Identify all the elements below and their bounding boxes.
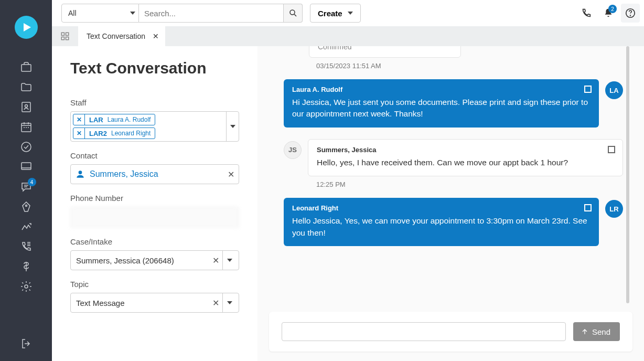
nav-pen[interactable] [19,200,33,214]
phone-field [70,207,239,228]
case-dropdown-button[interactable] [222,251,237,270]
nav-call-list[interactable] [19,240,33,253]
avatar: LA [605,81,623,99]
nav-analytics[interactable] [19,220,33,233]
topic-value: Text Message [76,299,209,307]
staff-select[interactable]: ✕ LAR Laura A. Rudolf ✕ LAR2 Leonard Rig… [70,111,239,142]
contact-label: Contact [70,151,239,160]
app-logo[interactable] [15,16,38,39]
svg-rect-25 [66,33,69,35]
upload-icon [581,327,589,336]
svg-point-2 [25,105,27,108]
svg-point-20 [290,10,295,15]
tab-label: Text Conversation [87,32,145,40]
nav-folder[interactable] [19,80,33,94]
chevron-down-icon [230,125,235,128]
contact-clear-button[interactable]: ✕ [228,169,234,179]
svg-point-15 [25,205,27,207]
send-button[interactable]: Send [573,322,620,341]
search-type-dropdown[interactable]: All [61,4,139,23]
chevron-down-icon [348,12,353,15]
notifications-button[interactable]: 2 [599,4,618,23]
contact-field[interactable]: Summers, Jessica ✕ [70,164,239,184]
search-button[interactable] [284,4,303,23]
case-value: Summers, Jessica (206648) [76,256,209,265]
chevron-down-icon [227,301,232,304]
tabstrip: Text Conversation ✕ [52,26,644,46]
svg-point-10 [22,142,31,152]
svg-rect-27 [66,37,69,40]
sidebar: 4 [0,0,52,361]
avatar: JS [284,141,302,159]
message-row: LA Laura A. Rudolf Hi Jessica, We just s… [284,79,623,128]
message-sender: Laura A. Rudolf [292,86,591,93]
phone-icon [581,7,592,19]
svg-rect-0 [22,65,31,71]
message-text: Hello, yes, I have received them. Can we… [317,157,614,168]
tabs-grid-button[interactable] [52,26,78,46]
message-row: JS Summers, Jessica Hello, yes, I have r… [284,139,623,176]
compose-input[interactable] [282,322,566,341]
topbar: All Create 2 [52,0,644,26]
staff-label: Staff [70,98,239,107]
svg-line-21 [294,14,296,16]
chevron-down-icon [130,12,135,15]
search-input[interactable] [139,4,284,23]
nav-contact[interactable] [19,100,33,114]
message-sender: Summers, Jessica [317,146,614,154]
topic-label: Topic [70,280,239,289]
send-label: Send [592,327,610,336]
svg-rect-26 [61,37,64,40]
svg-rect-11 [22,163,31,169]
chevron-down-icon [227,259,232,262]
tab-close-button[interactable]: ✕ [153,32,159,40]
chip-code: LAR [85,116,108,124]
case-clear-button[interactable]: ✕ [209,256,222,266]
case-label: Case/Intake [70,237,239,246]
message-checkbox[interactable] [584,86,592,93]
create-label: Create [318,9,342,18]
nav-billing[interactable] [19,260,33,273]
chip-remove-button[interactable]: ✕ [73,128,85,139]
phone-label: Phone Number [70,194,239,203]
nav-monitor[interactable] [19,160,33,174]
staff-dropdown-button[interactable] [226,112,239,141]
help-icon [625,7,636,19]
topic-select[interactable]: Text Message ✕ [70,293,239,313]
message-timestamp: 12:25 PM [316,181,623,188]
nav-calendar[interactable] [19,120,33,134]
compose-bar: Send [269,312,632,352]
message-checkbox[interactable] [584,204,592,211]
notification-badge: 2 [608,5,617,13]
case-select[interactable]: Summers, Jessica (206648) ✕ [70,250,239,270]
message-row: LR Leonard Right Hello Jessica, Yes, we … [284,198,623,246]
nav-settings[interactable] [19,280,33,293]
message-checkbox[interactable] [608,146,615,153]
help-button[interactable] [621,4,640,23]
scrollbar[interactable] [626,46,629,303]
nav-tasks[interactable] [19,140,33,154]
message-text: Hello Jessica, Yes, we can move your app… [292,215,591,239]
chip-name: Leonard Right [111,130,155,137]
phone-button[interactable] [577,4,596,23]
person-icon [75,169,85,179]
create-button[interactable]: Create [310,4,361,23]
chip-remove-button[interactable]: ✕ [73,114,85,125]
svg-point-19 [25,285,28,288]
topic-clear-button[interactable]: ✕ [209,298,222,308]
grid-icon [60,31,70,41]
contact-value: Summers, Jessica [90,169,223,179]
chat-badge: 4 [28,178,36,186]
avatar: LR [605,200,623,218]
play-icon [24,23,31,31]
nav-chat[interactable]: 4 [19,180,33,194]
nav-briefcase[interactable] [19,60,33,74]
message-bubble: Summers, Jessica Hello, yes, I have rece… [308,139,623,176]
svg-rect-24 [61,33,64,35]
page-title: Text Conversation [70,59,239,77]
message-bubble: Leonard Right Hello Jessica, Yes, we can… [284,198,599,246]
topic-dropdown-button[interactable] [222,293,237,312]
search-type-label: All [68,9,77,17]
tab-text-conversation[interactable]: Text Conversation ✕ [78,26,165,46]
nav-logout[interactable] [19,337,33,351]
